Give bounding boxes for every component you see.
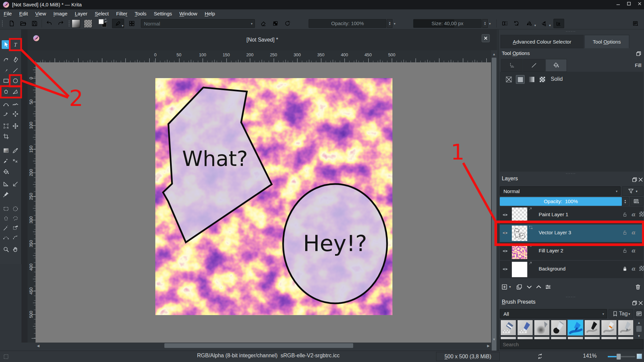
duplicate-layer-icon[interactable] [516,284,523,290]
layer-row-fill-layer-2[interactable]: Fill Layer 2α [500,243,643,260]
workspace-chooser-button[interactable] [630,19,641,28]
brush-preset-partial[interactable] [601,337,617,339]
brush-preset-block-eraser[interactable] [500,320,516,336]
tool-fill[interactable] [2,168,10,176]
brush-preset-pencil[interactable] [618,320,634,336]
fill-pattern-button[interactable] [538,75,547,84]
brush-editor-button[interactable]: ▾ [112,19,124,28]
gradient-chooser[interactable] [72,19,80,28]
brush-preset-partial[interactable] [517,337,533,339]
float-docker-icon[interactable] [635,50,642,57]
layer-alpha-icon[interactable]: α [631,211,635,218]
new-document-button[interactable] [7,19,17,28]
pattern-chooser[interactable] [84,19,92,28]
layer-visibility-eye-icon[interactable] [502,230,508,236]
float-docker-icon[interactable] [631,176,638,183]
tool-pan[interactable] [11,245,20,254]
menu-layer[interactable]: Layer [71,10,91,17]
tool-polygon-select[interactable] [2,214,10,223]
menu-help[interactable]: Help [201,10,219,17]
preset-search-input[interactable] [500,339,643,349]
float-docker-icon[interactable] [631,300,638,306]
scroll-left-icon[interactable]: ◀ [37,344,40,348]
selection-mode-icon[interactable] [3,354,9,359]
menu-tools[interactable]: Tools [131,10,150,17]
layer-visibility-eye-icon[interactable] [502,248,508,254]
reload-preset-button[interactable] [282,19,292,28]
brush-preset-pen-orange[interactable] [601,320,617,336]
snap-settings-button[interactable] [553,19,564,28]
mirror-horizontal-button[interactable]: ▾ [537,19,551,28]
tool-multibrush[interactable] [11,110,20,118]
tool-shape-select[interactable] [2,55,10,64]
tool-ellipse[interactable] [11,76,20,85]
horizontal-scrollbar[interactable]: ◀ ▶ [36,343,491,349]
tool-dynamic-brush[interactable] [2,110,10,118]
menu-select[interactable]: Select [91,10,113,17]
menu-settings[interactable]: Settings [150,10,176,17]
blending-mode-combo[interactable]: Normal ▾ [141,19,255,28]
tag-button[interactable]: Tag ▾ [608,309,633,318]
menu-window[interactable]: Window [176,10,201,17]
inherit-alpha-icon[interactable] [639,212,644,217]
layer-options-button[interactable] [630,197,643,206]
subtab-outline[interactable] [501,59,523,72]
redo-button[interactable] [56,19,66,28]
maximize-button[interactable] [627,1,634,8]
tool-polygon[interactable] [2,87,10,96]
opacity-spinner[interactable]: ▲▼ [387,19,392,28]
layer-alpha-icon[interactable]: α [631,265,635,272]
tool-text[interactable]: T [11,40,20,49]
brush-preset-airbrush[interactable] [534,320,550,336]
tool-crop[interactable] [2,132,10,141]
save-button[interactable] [30,19,40,28]
layer-properties-icon[interactable] [545,284,551,290]
zoom-slider[interactable] [608,356,635,357]
layer-row-background[interactable]: Backgroundα [500,261,643,278]
tool-measure[interactable] [2,180,10,188]
subtab-stroke[interactable] [523,59,545,72]
layer-opacity-slider[interactable]: Opacity: 100% [500,197,622,206]
scroll-down-icon[interactable]: ▼ [491,338,497,341]
subtab-fill[interactable] [545,59,567,72]
chevron-down-icon[interactable]: ▾ [489,22,491,25]
scroll-down-icon[interactable]: ▼ [635,334,643,338]
delete-layer-icon[interactable] [635,284,641,290]
tool-transform[interactable] [2,122,10,130]
scroll-right-icon[interactable]: ▶ [487,344,490,348]
brush-preset-partial[interactable] [500,337,516,339]
tool-enclose-select[interactable] [11,224,20,232]
opacity-spinner[interactable]: ▲▼ [622,197,629,206]
split-canvas-button[interactable] [500,19,510,28]
layer-visibility-eye-icon[interactable] [502,212,508,218]
tool-calligraphy[interactable] [11,55,20,64]
scroll-up-icon[interactable]: ▲ [491,50,497,56]
tool-freehand-path[interactable] [11,100,20,109]
toolbar-drag-handle[interactable] [68,20,70,27]
vertical-scroll-thumb[interactable] [492,58,496,362]
tab-advanced-colour-selector[interactable]: Advanced Colour Selector [500,35,584,48]
tool-ellipse-select[interactable] [11,204,20,213]
layer-alpha-icon[interactable]: α [631,247,635,254]
minimize-button[interactable] [616,1,623,8]
brush-preset-partial[interactable] [551,337,567,339]
fill-gradient-button[interactable] [527,75,536,84]
menu-file[interactable]: File [0,10,15,17]
preset-filter-combo[interactable]: All ▾ [500,309,607,318]
reset-rotation-button[interactable] [511,19,521,28]
tab-tool-options[interactable]: Tool Options [584,35,629,48]
document-tab-title[interactable]: [Not Saved] * [28,37,497,43]
tool-zoom[interactable] [2,245,10,254]
toolbar-drag-handle[interactable] [2,20,3,27]
preserve-alpha-button[interactable] [270,19,280,28]
document-close-button[interactable] [482,34,490,42]
tool-color-sampler[interactable] [11,146,20,155]
tool-smart-patch[interactable] [2,157,10,165]
canvas-viewport[interactable]: What? Hey!? [36,62,491,343]
tool-freehand-brush[interactable] [2,66,10,75]
move-layer-down-icon[interactable] [526,284,533,290]
layer-lock-icon[interactable] [622,248,628,254]
tool-bezier-select[interactable] [2,233,10,242]
fg-bg-color-swatch[interactable] [98,19,108,28]
brush-preset-partial[interactable] [534,337,550,339]
